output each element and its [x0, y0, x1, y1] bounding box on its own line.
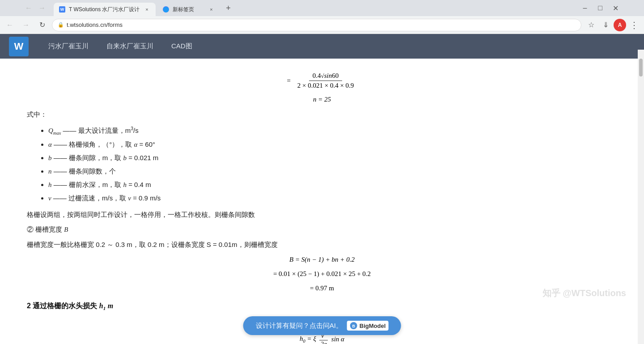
address-bar: ← → ↻ 🔒 t.wtsolutions.cn/forms ☆ ⇓ A ⋮ [0, 16, 644, 34]
nav-item-cad[interactable]: CAD图 [162, 34, 201, 59]
formula-n-result: n = 25 [27, 94, 617, 105]
tab-favicon-1: W [59, 6, 65, 13]
security-icon: 🔒 [58, 22, 64, 28]
ai-button-label: 设计计算有疑问？点击问AI。 [256, 322, 343, 330]
m-symbol: m [108, 302, 113, 310]
h-symbol: h [48, 181, 52, 188]
B-calc: = 0.01 × (25 − 1) + 0.021 × 25 + 0.2 [27, 268, 617, 279]
nav-forward-button[interactable]: → [20, 19, 32, 31]
url-bar[interactable]: 🔒 t.wtsolutions.cn/forms [52, 19, 581, 31]
alpha-symbol: α [48, 141, 52, 148]
bigmodel-icon: B [350, 322, 358, 330]
v-description: —— 过栅流速，m/s，取 v = 0.9 m/s [53, 194, 161, 202]
formula-equals-fraction: = 0.4√sin60 2 × 0.021 × 0.4 × 0.9 [27, 72, 617, 89]
h0-left: h0 = ξ [300, 335, 316, 344]
h1-symbol: h [99, 302, 103, 310]
variable-list: Qmax —— 最大设计流量，m3/s α —— 格栅倾角，（°），取 α = … [48, 124, 617, 205]
ai-bar: 设计计算有疑问？点击问AI。 B BigModel [243, 316, 401, 335]
user-avatar[interactable]: A [614, 19, 626, 31]
nav-back-button[interactable]: ← [4, 19, 16, 31]
b-symbol: b [48, 154, 52, 161]
list-item-alpha: α —— 格栅倾角，（°），取 α = 60° [48, 138, 617, 151]
v-symbol: v [48, 195, 51, 202]
tab-label-2: 新标签页 [173, 6, 194, 13]
B-formula: B = S(n − 1) + bn + 0.2 [27, 254, 617, 265]
tab-bar: ← → W T WSolutions 水厂污水厂设计 × 🌐 新标签页 × + … [0, 0, 644, 16]
scrollbar[interactable] [638, 50, 644, 344]
h-description: —— 栅前水深，m，取 h = 0.4 m [54, 181, 151, 188]
tab-label-1: T WSolutions 水厂污水厂设计 [69, 6, 140, 13]
grid-note: 格栅设两组，按两组同时工作设计，一格停用，一格工作校核。则栅条间隙数 [27, 208, 617, 221]
main-content: = 0.4√sin60 2 × 0.021 × 0.4 × 0.9 n = 25… [0, 59, 644, 344]
B-result-text: = 0.97 m [310, 285, 334, 292]
site-header: W 污水厂崔玉川 自来水厂崔玉川 CAD图 [0, 34, 644, 59]
list-item-h: h —— 栅前水深，m，取 h = 0.4 m [48, 178, 617, 191]
close-button[interactable]: ✕ [609, 2, 622, 14]
svg-text:B: B [352, 324, 356, 328]
download-icon[interactable]: ⇓ [599, 19, 612, 31]
maximize-button[interactable]: □ [594, 2, 606, 14]
address-icons: ☆ ⇓ A ⋮ [585, 19, 640, 31]
q-symbol: Qmax [48, 127, 61, 134]
ai-logo: B BigModel [347, 321, 389, 331]
list-item-v: v —— 过栅流速，m/s，取 v = 0.9 m/s [48, 191, 617, 205]
n-symbol: n [48, 168, 52, 175]
url-text: t.wtsolutions.cn/forms [67, 21, 123, 28]
h0-right: sin α [331, 336, 344, 343]
scrollbar-thumb[interactable] [639, 59, 643, 76]
list-item-n: n —— 栅条间隙数，个 [48, 165, 617, 178]
section3-heading: 2 通过格栅的水头损失 h1 m [27, 302, 617, 311]
forward-button[interactable]: → [36, 2, 48, 14]
browser-window: ← → W T WSolutions 水厂污水厂设计 × 🌐 新标签页 × + … [0, 0, 644, 344]
equals-sign: = [287, 77, 291, 85]
reload-button[interactable]: ↻ [36, 19, 48, 31]
menu-icon[interactable]: ⋮ [628, 19, 640, 31]
bookmark-icon[interactable]: ☆ [585, 19, 597, 31]
section2-title: ② 栅槽宽度 B [27, 223, 617, 236]
fraction-denominator: 2 × 0.021 × 0.4 × 0.9 [294, 81, 358, 89]
b-description: —— 栅条间隙，m，取 b = 0.021 m [54, 154, 159, 161]
B-symbol: B [64, 226, 68, 233]
tab-close-1[interactable]: × [143, 6, 150, 13]
ai-button[interactable]: 设计计算有疑问？点击问AI。 B BigModel [243, 316, 401, 335]
tab-favicon-2: 🌐 [163, 6, 169, 13]
q-description: —— 最大设计流量，m3/s [63, 127, 139, 134]
n-description: —— 栅条间隙数，个 [54, 167, 116, 175]
B-result: = 0.97 m [27, 283, 617, 293]
fraction-numerator: 0.4√sin60 [309, 72, 342, 81]
B-calc-text: = 0.01 × (25 − 1) + 0.021 × 25 + 0.2 [273, 270, 371, 277]
width-note: 栅槽宽度一般比格栅宽 0.2 ～ 0.3 m，取 0.2 m；设栅条宽度 S =… [27, 238, 617, 251]
tab-active[interactable]: W T WSolutions 水厂污水厂设计 × [54, 3, 156, 16]
minimize-button[interactable]: – [579, 2, 591, 14]
new-tab-button[interactable]: + [222, 2, 234, 14]
ai-logo-text: BigModel [360, 323, 386, 329]
tab-close-2[interactable]: × [208, 6, 215, 13]
list-item-b: b —— 栅条间隙，m，取 b = 0.021 m [48, 151, 617, 165]
shizi-label: 式中： [27, 108, 617, 120]
list-item-q: Qmax —— 最大设计流量，m3/s [48, 124, 617, 138]
nav-item-sewage[interactable]: 污水厂崔玉川 [39, 34, 97, 59]
tab-2[interactable]: 🌐 新标签页 × [157, 3, 220, 16]
alpha-description: —— 格栅倾角，（°），取 α = 60° [54, 140, 155, 148]
n-equals-25: n = 25 [313, 96, 331, 103]
back-button[interactable]: ← [22, 2, 35, 14]
2g: 2g [319, 340, 329, 344]
site-logo[interactable]: W [9, 37, 29, 56]
B-formula-text: B = S(n − 1) + bn + 0.2 [289, 256, 355, 263]
nav-item-water[interactable]: 自来水厂崔玉川 [97, 34, 162, 59]
formula-fraction: 0.4√sin60 2 × 0.021 × 0.4 × 0.9 [294, 72, 358, 89]
